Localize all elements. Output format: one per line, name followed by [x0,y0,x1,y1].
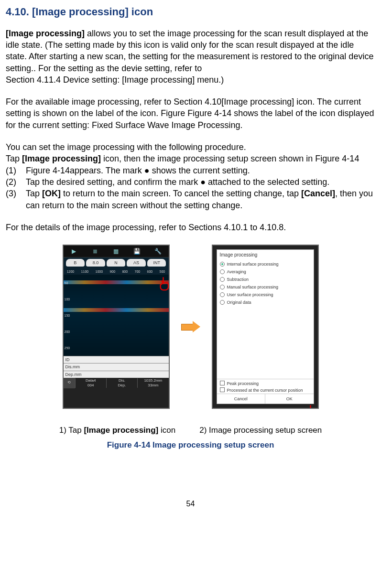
option-original-data[interactable]: Original data [217,299,314,306]
tick: 50 [65,281,70,285]
play-icon[interactable]: ▶ [64,246,85,257]
radio-icon [220,292,225,297]
pointing-hand-icon [305,404,319,409]
options-list: Internal surface processing Averaging Su… [217,260,314,379]
page-number: 54 [6,499,375,509]
radio-icon [220,300,225,305]
back-icon[interactable]: ⟲ [64,378,75,388]
tab-n[interactable]: N [107,259,126,267]
dialog-buttons: Cancel OK [217,394,314,404]
arrow-right-icon [181,322,200,331]
figures-container: ▶ ≣ ▦ 💾 🔧 B 8.0 N AS INT 1200 1100 1000 … [6,245,375,409]
checkbox-group: Peak processing Processed at the current… [217,379,314,394]
toolbar: ▶ ≣ ▦ 💾 🔧 [64,246,169,257]
footer-data: Data4004 [75,378,106,388]
tick: 200 [65,330,70,334]
tick: 500 [160,269,165,274]
scan-result-area: 50 100 150 200 250 [64,275,169,356]
tick: 600 [147,269,153,274]
paragraph-4: For the details of the image processing,… [6,222,375,233]
check-peak[interactable]: Peak processing [220,380,311,387]
checkbox-icon [220,387,225,392]
list-icon[interactable]: ≣ [85,246,106,257]
option-averaging[interactable]: Averaging [217,268,314,276]
image-processing-dialog: Image processing Internal surface proces… [217,249,314,404]
footer-bar: ⟲ Data4004 Dis.Dep. 1035.2mm33mm [64,378,169,388]
paragraph-3: You can set the image processing with th… [6,141,375,211]
checkbox-icon [220,381,225,385]
figure-title: Figure 4-14 Image processing setup scree… [6,440,375,451]
row-dis: Dis.mm [64,363,169,370]
option-internal-surface[interactable]: Internal surface processing [217,260,314,268]
list-item-3: (3) Tap [OK] to return to the main scree… [6,188,375,211]
paragraph-2: For the available image processing, refe… [6,96,375,131]
option-label: Manual surface processing [227,284,279,290]
section-heading: 4.10. [Image processing] icon [6,5,375,19]
row-id: ID [64,356,169,363]
text: icon, then the image processing setup sc… [101,154,359,163]
tick: 100 [65,297,70,301]
cancel-button[interactable]: Cancel [217,394,266,404]
radio-icon [220,277,225,282]
pointing-hand-icon [158,276,170,291]
x-axis-ruler: 1200 1100 1000 900 800 700 600 500 [64,268,169,275]
footer-dis-label: Dis.Dep. [106,378,137,388]
save-icon[interactable]: 💾 [127,246,148,257]
text: Tap [6,154,22,163]
text: icon [158,426,175,435]
option-manual-surface[interactable]: Manual surface processing [217,283,314,291]
figure-captions: 1) Tap [Image processing] icon 2) Image … [6,425,375,436]
text: Tap the desired setting, and confirm the… [26,176,375,188]
text: Section 4.11.4 Device setting: [Image pr… [6,75,224,85]
list-number: (3) [6,188,26,211]
tick: 250 [65,346,70,350]
option-label: Subtraction [227,277,249,282]
footer-values: 1035.2mm33mm [137,378,168,388]
row-dep: Dep.mm [64,371,169,378]
tick: 800 [122,269,128,274]
ok-button[interactable]: OK [265,394,314,404]
check-label: Processed at the current cursor position [227,387,303,393]
image-processing-bold: [Image processing] [22,154,101,163]
tab-8[interactable]: 8.0 [86,259,105,267]
tab-bar: B 8.0 N AS INT [64,257,169,268]
option-label: Averaging [227,269,246,275]
tick: 900 [109,269,115,274]
wrench-icon[interactable]: 🔧 [148,246,169,257]
radio-icon [220,262,225,267]
text: Tap [26,189,42,198]
paragraph-1: [Image processing] allows you to set the… [6,28,375,86]
text: 1) Tap [59,426,84,435]
check-processed-cursor[interactable]: Processed at the current cursor position [220,387,311,394]
tick: 1200 [67,269,75,274]
info-rows: ID Dis.mm Dep.mm [64,356,169,377]
tick: 1000 [96,269,103,274]
list-number: (2) [6,176,26,188]
tick: 1100 [81,269,89,274]
caption-right: 2) Image processing setup screen [199,425,322,436]
option-label: User surface processing [227,292,273,298]
text: to return to the main screen. To cancel … [61,189,301,198]
text: For the details of the image processing,… [6,223,286,232]
image-processing-bold: [Image processing] [84,426,158,435]
tick: 150 [65,313,70,318]
option-label: Original data [227,299,251,305]
option-subtraction[interactable]: Subtraction [217,276,314,283]
grid-icon[interactable]: ▦ [106,246,127,257]
caption-left: 1) Tap [Image processing] icon [59,425,175,436]
tick: 700 [135,269,141,274]
cancel-bold: [Cancel] [301,189,335,198]
tab-b[interactable]: B [66,259,85,267]
list-number: (1) [6,165,26,176]
list-item-2: (2) Tap the desired setting, and confirm… [6,176,375,188]
device-screenshot-left: ▶ ≣ ▦ 💾 🔧 B 8.0 N AS INT 1200 1100 1000 … [63,245,170,409]
option-user-surface[interactable]: User surface processing [217,291,314,299]
text: Figure 4-14appears. The mark ● shows the… [26,165,375,176]
tab-as[interactable]: AS [127,259,146,267]
tab-int[interactable]: INT [147,259,166,267]
y-axis: 50 100 150 200 250 [65,275,70,356]
text: For the available image processing, refe… [6,97,374,130]
ok-bold: [OK] [42,189,61,198]
dialog-title: Image processing [217,250,314,260]
check-label: Peak processing [227,381,259,386]
